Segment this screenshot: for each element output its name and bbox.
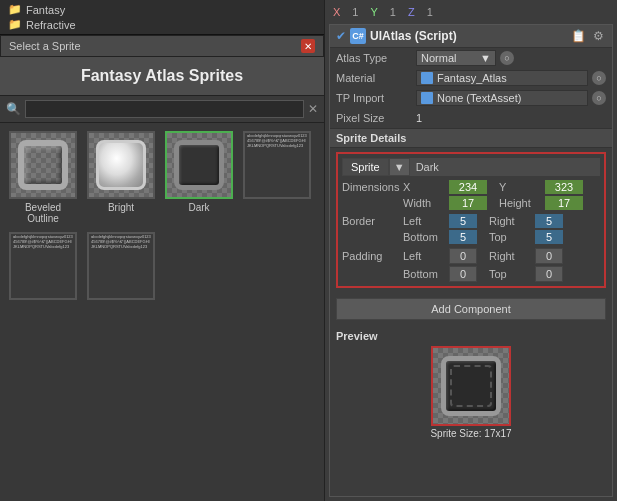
sprite-item-text2[interactable]: abcdefghijklmnopqrstuvwxyz0123456789!@#$… — [8, 232, 78, 303]
bright-sprite-preview — [96, 140, 146, 190]
border-bottom-input[interactable] — [449, 230, 477, 244]
inspector-box: ✔ C# UIAtlas (Script) 📋 ⚙ Atlas Type Nor… — [329, 24, 613, 497]
search-clear-icon[interactable]: ✕ — [308, 102, 318, 116]
z-coord-val: 1 — [427, 6, 433, 18]
atlas-item-refractive[interactable]: 📁 Refractive — [0, 17, 324, 32]
width-input[interactable] — [449, 196, 487, 210]
sprite-item-text1[interactable]: abcdefghijklmnopqrstuvwxyz0123456789!@#$… — [242, 131, 312, 224]
pixel-size-value: 1 — [416, 112, 422, 124]
sprite-selector-titlebar: Select a Sprite ✕ — [0, 35, 324, 57]
text-sprite-content-3: abcdefghijklmnopqrstuvwxyz0123456789!@#$… — [89, 232, 153, 252]
material-obj-icon — [421, 72, 433, 84]
border-left-label: Left — [403, 215, 443, 227]
preview-dark-sprite — [441, 356, 501, 416]
padding-label: Padding — [342, 250, 397, 262]
border-bottom-label: Bottom — [403, 231, 443, 243]
right-panel: X 1 Y 1 Z 1 ✔ C# UIAtlas (Script) 📋 ⚙ At… — [325, 0, 617, 501]
sprite-item-text3[interactable]: abcdefghijklmnopqrstuvwxyz0123456789!@#$… — [86, 232, 156, 303]
preview-section: Preview Sprite Size: 17x17 — [330, 326, 612, 443]
pad-left-input[interactable] — [449, 248, 477, 264]
padding-row2: Bottom Top — [342, 266, 600, 282]
inspector-settings-icon[interactable]: ⚙ — [590, 28, 606, 44]
sprite-label-dark: Dark — [188, 202, 209, 213]
atlas-type-label: Atlas Type — [336, 52, 416, 64]
tp-import-circle-btn[interactable]: ○ — [592, 91, 606, 105]
dark-sprite-preview — [174, 140, 224, 190]
padding-row1: Padding Left Right — [342, 248, 600, 264]
pad-bottom-input[interactable] — [449, 266, 477, 282]
height-label: Height — [499, 197, 539, 209]
preview-size-label: Sprite Size: 17x17 — [430, 428, 511, 439]
atlases-list: 📁 Fantasy 📁 Refractive — [0, 0, 324, 35]
width-label: Width — [403, 197, 443, 209]
text-sprite-2: abcdefghijklmnopqrstuvwxyz0123456789!@#$… — [11, 232, 75, 300]
material-label: Material — [336, 72, 416, 84]
pad-bottom-label: Bottom — [403, 268, 443, 280]
search-icon: 🔍 — [6, 102, 21, 116]
x-dim-input[interactable] — [449, 180, 487, 194]
panel-title: Select a Sprite — [9, 40, 81, 52]
y-dim-label: Y — [499, 181, 539, 193]
add-component-button[interactable]: Add Component — [336, 298, 606, 320]
sprite-tabs: Sprite ▼ Dark — [342, 158, 600, 176]
inspector-checkbox-icon[interactable]: ✔ — [336, 29, 346, 43]
sprite-item-bright[interactable]: Bright — [86, 131, 156, 224]
material-value: Fantasy_Atlas — [437, 72, 507, 84]
pad-top-label: Top — [489, 268, 529, 280]
z-coord-label: Z — [408, 6, 415, 18]
sprite-thumbnail-bright — [87, 131, 155, 199]
tab-dropdown-arrow: ▼ — [394, 161, 405, 173]
sprite-thumbnail-text1: abcdefghijklmnopqrstuvwxyz0123456789!@#$… — [243, 131, 311, 199]
atlas-name-fantasy: Fantasy — [26, 4, 65, 16]
pad-top-input[interactable] — [535, 266, 563, 282]
material-circle-btn[interactable]: ○ — [592, 71, 606, 85]
atlas-item-fantasy[interactable]: 📁 Fantasy — [0, 2, 324, 17]
folder-icon-2: 📁 — [8, 18, 22, 31]
x-coord-label: X — [333, 6, 340, 18]
atlas-name-refractive: Refractive — [26, 19, 76, 31]
preview-sprite-thumbnail — [431, 346, 511, 426]
sprite-thumbnail-text2: abcdefghijklmnopqrstuvwxyz0123456789!@#$… — [9, 232, 77, 300]
tab-dropdown[interactable]: ▼ — [389, 158, 410, 176]
folder-icon: 📁 — [8, 3, 22, 16]
atlas-type-row: Atlas Type Normal ▼ ○ — [330, 48, 612, 68]
inspector-title: UIAtlas (Script) — [370, 29, 566, 43]
pixel-size-row: Pixel Size 1 — [330, 108, 612, 128]
atlas-type-dropdown[interactable]: Normal ▼ — [416, 50, 496, 66]
inspector-header: ✔ C# UIAtlas (Script) 📋 ⚙ — [330, 25, 612, 48]
search-bar: 🔍 ✕ — [0, 96, 324, 123]
sprite-label-bright: Bright — [108, 202, 134, 213]
text-sprite-1: abcdefghijklmnopqrstuvwxyz0123456789!@#$… — [245, 131, 309, 199]
beveled-sprite-preview — [18, 140, 68, 190]
sprite-item-dark[interactable]: Dark — [164, 131, 234, 224]
sprite-panel-header: Fantasy Atlas Sprites — [0, 57, 324, 96]
inspector-info-icon[interactable]: 📋 — [570, 28, 586, 44]
y-dim-input[interactable] — [545, 180, 583, 194]
x-dim-label: X — [403, 181, 443, 193]
height-input[interactable] — [545, 196, 583, 210]
atlas-type-circle-btn[interactable]: ○ — [500, 51, 514, 65]
border-top-label: Top — [489, 231, 529, 243]
coords-bar: X 1 Y 1 Z 1 — [329, 4, 613, 20]
sprite-label-beveled: Beveled Outline — [8, 202, 78, 224]
border-right-input[interactable] — [535, 214, 563, 228]
sprite-details-header: Sprite Details — [330, 128, 612, 148]
border-top-input[interactable] — [535, 230, 563, 244]
search-input[interactable] — [25, 100, 304, 118]
material-field[interactable]: Fantasy_Atlas — [416, 70, 588, 86]
tab-dark-label: Dark — [410, 158, 600, 176]
text-sprite-3: abcdefghijklmnopqrstuvwxyz0123456789!@#$… — [89, 232, 153, 300]
sprites-grid: Beveled Outline Bright Dark abcdefghijkl… — [0, 123, 324, 501]
tp-import-field[interactable]: None (TextAsset) — [416, 90, 588, 106]
sprite-thumbnail-beveled — [9, 131, 77, 199]
pad-right-input[interactable] — [535, 248, 563, 264]
inspector-actions: 📋 ⚙ — [570, 28, 606, 44]
tp-import-obj-icon — [421, 92, 433, 104]
pixel-size-label: Pixel Size — [336, 112, 416, 124]
border-label: Border — [342, 215, 397, 227]
close-button[interactable]: ✕ — [301, 39, 315, 53]
tab-sprite[interactable]: Sprite — [342, 158, 389, 176]
sprite-item-beveled[interactable]: Beveled Outline — [8, 131, 78, 224]
x-coord-val: 1 — [352, 6, 358, 18]
border-left-input[interactable] — [449, 214, 477, 228]
